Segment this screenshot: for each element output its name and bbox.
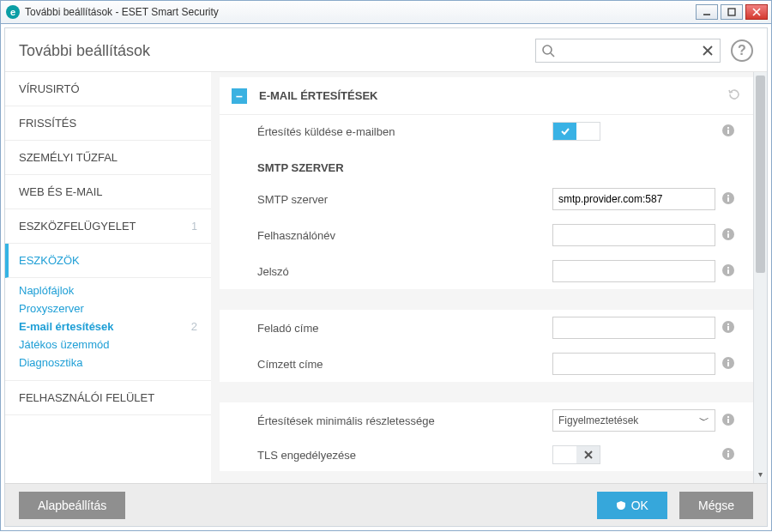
sidebar-item-firewall[interactable]: SZEMÉLYI TŰZFAL [5,141,211,175]
input-password[interactable] [552,260,715,282]
sidebar-item-tools[interactable]: ESZKÖZÖK [5,244,211,278]
info-icon[interactable] [715,413,741,429]
svg-rect-9 [727,130,729,134]
sidebar-sub-logfiles[interactable]: Naplófájlok [19,281,211,299]
footer: Alapbeállítás OK Mégse [5,483,767,526]
svg-rect-13 [727,195,729,196]
cancel-button[interactable]: Mégse [679,492,753,519]
svg-rect-32 [727,453,729,457]
maximize-button[interactable] [721,4,743,20]
select-verbosity[interactable]: Figyelmeztetések ﹀ [552,409,715,432]
sidebar-item-label: E-mail értesítések [19,320,114,333]
section-title: E-MAIL ÉRTESÍTÉSEK [259,89,377,102]
sidebar-sub-proxy[interactable]: Proxyszerver [19,299,211,317]
sidebar-sub-email-notifications[interactable]: E-mail értesítések 2 [19,317,211,336]
scrollbar[interactable]: ▾ [753,72,767,483]
minimize-button[interactable] [696,4,718,20]
sidebar-sub-gamer-mode[interactable]: Játékos üzemmód [19,336,211,354]
svg-rect-16 [727,231,729,233]
sidebar-item-label: ESZKÖZFELÜGYELET [19,220,136,233]
row-label: Értesítés küldése e-mailben [257,125,552,138]
input-to-address[interactable] [552,353,715,375]
shield-icon [616,500,626,511]
svg-point-4 [543,45,552,54]
search-input[interactable] [558,45,697,57]
reset-section-icon[interactable] [727,88,741,104]
row-label: Feladó címe [257,322,552,335]
close-button[interactable] [745,4,768,20]
sidebar-item-label: WEB ÉS E-MAIL [19,185,103,198]
scrollbar-thumb[interactable] [756,76,765,273]
clear-search-icon[interactable] [701,44,715,57]
collapse-icon[interactable]: – [232,88,247,104]
ok-button[interactable]: OK [597,492,667,519]
sidebar-sub-diagnostics[interactable]: Diagnosztika [19,354,211,372]
row-password: Jelszó [220,253,753,289]
app-icon: e [6,5,20,19]
svg-rect-19 [727,267,729,269]
svg-rect-1 [728,9,735,15]
row-from-address: Feladó címe [220,310,753,346]
input-smtp-server[interactable] [552,188,715,210]
default-settings-button[interactable]: Alapbeállítás [19,492,125,519]
sidebar-tools-subnav: Naplófájlok Proxyszerver E-mail értesíté… [5,278,211,381]
row-label: TLS engedélyezése [257,449,552,462]
sidebar-item-antivirus[interactable]: VÍRUSIRTÓ [5,72,211,106]
help-button[interactable]: ? [731,39,753,62]
search-box[interactable] [535,39,721,63]
search-icon [541,44,555,57]
info-icon[interactable] [715,191,741,208]
row-label: Jelszó [257,265,552,278]
x-icon [576,446,600,463]
input-from-address[interactable] [552,317,715,339]
svg-rect-18 [727,269,729,274]
scroll-down-icon[interactable]: ▾ [754,469,767,483]
toggle-send-email[interactable] [552,122,600,141]
sidebar-item-label: Proxyszerver [19,302,84,315]
info-icon[interactable] [715,356,741,372]
sidebar-item-update[interactable]: FRISSÍTÉS [5,106,211,141]
input-username[interactable] [552,224,715,246]
row-label: Címzett címe [257,358,552,371]
row-smtp-server: SMTP szerver [220,181,753,217]
sidebar-item-web-email[interactable]: WEB ÉS E-MAIL [5,175,211,209]
sidebar-item-label: Diagnosztika [19,356,82,369]
toggle-tls[interactable] [552,445,600,464]
sidebar-item-ui[interactable]: FELHASZNÁLÓI FELÜLET [5,381,211,415]
toggle-off-side [576,123,600,140]
svg-rect-12 [727,197,729,202]
chevron-down-icon: ﹀ [699,414,709,428]
info-icon[interactable] [715,320,741,336]
svg-rect-27 [727,419,729,423]
sidebar: VÍRUSIRTÓ FRISSÍTÉS SZEMÉLYI TŰZFAL WEB … [5,72,211,483]
titlebar: e További beállítások - ESET Smart Secur… [0,0,772,24]
info-icon[interactable] [715,447,741,463]
sidebar-item-label: Naplófájlok [19,284,74,297]
sidebar-item-label: FRISSÍTÉS [19,117,76,130]
row-label: Felhasználónév [257,229,552,242]
svg-rect-25 [727,360,729,361]
sidebar-item-label: ESZKÖZÖK [19,254,80,267]
sidebar-item-device-control[interactable]: ESZKÖZFELÜGYELET 1 [5,209,211,244]
row-label: Értesítések minimális részletessége [257,414,552,427]
select-value: Figyelmeztetések [558,414,638,426]
svg-line-5 [551,53,554,57]
window-title: További beállítások - ESET Smart Securit… [25,6,219,18]
svg-rect-28 [727,416,729,418]
svg-rect-24 [727,362,729,366]
svg-rect-10 [727,127,729,129]
sidebar-badge: 1 [191,221,197,233]
page-header: További beállítások ? [5,28,767,71]
row-to-address: Címzett címe [220,346,753,382]
info-icon[interactable] [715,263,741,280]
info-icon[interactable] [715,227,741,244]
svg-rect-15 [727,233,729,238]
sidebar-badge: 2 [191,320,197,333]
page-title: További beállítások [19,42,535,60]
svg-rect-22 [727,323,729,325]
row-username: Felhasználónév [220,217,753,253]
section-header-email: – E-MAIL ÉRTESÍTÉSEK [220,77,753,114]
sidebar-item-label: SZEMÉLYI TŰZFAL [19,151,118,164]
info-icon[interactable] [715,124,741,140]
button-label: OK [631,499,648,512]
